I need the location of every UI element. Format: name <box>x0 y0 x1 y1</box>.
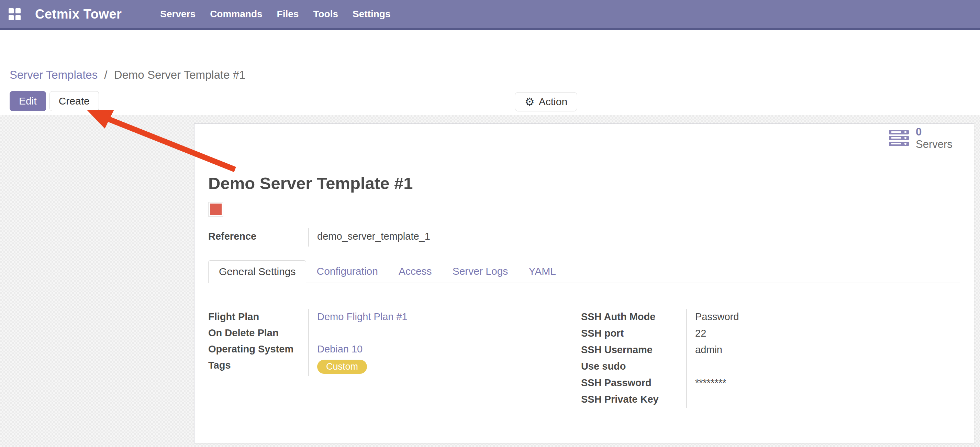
form-view-background: 0 Servers Demo Server Template #1 Refere… <box>0 115 980 447</box>
on-delete-plan-label: On Delete Plan <box>208 325 308 339</box>
field-row-flight-plan: Flight Plan Demo Flight Plan #1 <box>208 309 581 325</box>
action-button[interactable]: ⚙ Action <box>515 92 577 112</box>
notebook-tabs: General Settings Configuration Access Se… <box>208 260 960 283</box>
apps-grid-icon[interactable] <box>9 8 21 20</box>
flight-plan-label: Flight Plan <box>208 309 308 322</box>
field-row-ssh-port: SSH port 22 <box>581 326 960 342</box>
breadcrumb: Server Templates / Demo Server Template … <box>10 69 245 81</box>
use-sudo-value <box>686 359 960 375</box>
menu-item-settings[interactable]: Settings <box>353 9 390 19</box>
operating-system-value-link[interactable]: Debian 10 <box>317 343 363 354</box>
field-row-use-sudo: Use sudo <box>581 359 960 375</box>
reference-field-row: Reference demo_server_template_1 <box>208 228 960 247</box>
tab-yaml[interactable]: YAML <box>518 260 566 283</box>
menu-item-files[interactable]: Files <box>277 9 299 19</box>
ssh-password-value: ******** <box>686 375 960 392</box>
field-row-ssh-password: SSH Password ******** <box>581 375 960 392</box>
field-row-ssh-username: SSH Username admin <box>581 342 960 359</box>
servers-count-label: Servers <box>916 138 953 151</box>
operating-system-label: Operating System <box>208 342 308 355</box>
create-button[interactable]: Create <box>49 91 99 111</box>
reference-value: demo_server_template_1 <box>308 228 960 247</box>
form-sheet: Demo Server Template #1 Reference demo_s… <box>194 152 974 408</box>
ssh-private-key-label: SSH Private Key <box>581 392 686 405</box>
tab-configuration[interactable]: Configuration <box>306 260 388 283</box>
control-panel: Server Templates / Demo Server Template … <box>0 30 980 115</box>
menu-item-tools[interactable]: Tools <box>313 9 338 19</box>
servers-stack-icon <box>889 130 909 146</box>
tab-access[interactable]: Access <box>388 260 442 283</box>
tags-label: Tags <box>208 358 308 371</box>
brand-title[interactable]: Cetmix Tower <box>35 7 122 22</box>
ssh-auth-mode-value: Password <box>686 309 960 326</box>
action-button-label: Action <box>539 96 567 108</box>
gear-icon: ⚙ <box>525 96 535 107</box>
on-delete-plan-value <box>308 325 581 342</box>
servers-count: 0 <box>916 126 953 138</box>
flight-plan-value-link[interactable]: Demo Flight Plan #1 <box>317 311 407 322</box>
left-field-group: Flight Plan Demo Flight Plan #1 On Delet… <box>208 309 581 408</box>
color-swatch-frame <box>208 202 223 217</box>
field-row-on-delete-plan: On Delete Plan <box>208 325 581 342</box>
ssh-port-value: 22 <box>686 326 960 342</box>
menu-item-commands[interactable]: Commands <box>210 9 262 19</box>
ssh-username-label: SSH Username <box>581 342 686 356</box>
field-row-ssh-auth-mode: SSH Auth Mode Password <box>581 309 960 326</box>
ssh-port-label: SSH port <box>581 326 686 339</box>
servers-stat-button[interactable]: 0 Servers <box>879 124 974 152</box>
top-navbar: Cetmix Tower Servers Commands Files Tool… <box>0 0 980 30</box>
form-sheet-card: 0 Servers Demo Server Template #1 Refere… <box>194 123 974 443</box>
ssh-auth-mode-label: SSH Auth Mode <box>581 309 686 322</box>
breadcrumb-separator: / <box>101 69 111 81</box>
general-settings-groups: Flight Plan Demo Flight Plan #1 On Delet… <box>208 309 960 408</box>
field-row-ssh-private-key: SSH Private Key <box>581 392 960 408</box>
record-title: Demo Server Template #1 <box>208 174 960 193</box>
field-row-tags: Tags Custom <box>208 358 581 376</box>
ssh-password-label: SSH Password <box>581 375 686 388</box>
breadcrumb-current: Demo Server Template #1 <box>114 69 246 81</box>
color-swatch <box>210 204 222 215</box>
right-field-group: SSH Auth Mode Password SSH port 22 SSH U… <box>581 309 960 408</box>
menu-item-servers[interactable]: Servers <box>160 9 196 19</box>
form-buttons: Edit Create <box>10 91 99 111</box>
breadcrumb-parent-link[interactable]: Server Templates <box>10 69 98 81</box>
use-sudo-label: Use sudo <box>581 359 686 372</box>
main-menu: Servers Commands Files Tools Settings <box>160 9 390 19</box>
button-box-row: 0 Servers <box>194 124 974 152</box>
reference-label: Reference <box>208 228 308 247</box>
tag-badge-custom: Custom <box>317 360 367 374</box>
field-row-operating-system: Operating System Debian 10 <box>208 342 581 358</box>
ssh-private-key-value <box>686 392 960 408</box>
tab-server-logs[interactable]: Server Logs <box>442 260 519 283</box>
ssh-username-value: admin <box>686 342 960 359</box>
tab-general-settings[interactable]: General Settings <box>208 260 306 283</box>
edit-button[interactable]: Edit <box>10 91 46 111</box>
